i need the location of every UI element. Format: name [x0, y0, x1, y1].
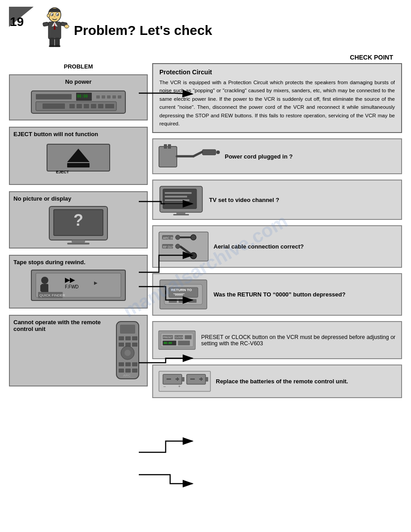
svg-rect-112 [185, 335, 192, 339]
svg-text:–: – [163, 384, 166, 389]
svg-rect-59 [132, 336, 137, 340]
protection-circuit-box: Protection Circuit The VCR is equipped w… [152, 63, 402, 133]
svg-rect-19 [36, 94, 72, 99]
problem-title-tape-stops: Tape stops during rewind. [13, 259, 143, 266]
checkpoint-power-cord: Power cord plugged in ? [152, 138, 402, 174]
svg-rect-43 [67, 243, 90, 245]
svg-rect-103 [169, 299, 177, 303]
svg-point-92 [191, 235, 196, 240]
svg-rect-60 [119, 343, 124, 347]
svg-text:F.FWD: F.FWD [65, 284, 79, 289]
cp-aerial-text: Aerial cable connection correct? [214, 243, 304, 250]
svg-text:+: + [178, 384, 180, 389]
page-number-area: 19 [9, 7, 36, 29]
svg-text:RETURN TO: RETURN TO [171, 288, 192, 292]
svg-text:00:00: 00:00 [77, 94, 88, 99]
svg-rect-74 [168, 144, 171, 149]
cp-power-cord-text: Power cord plugged in ? [225, 153, 293, 160]
svg-rect-80 [163, 189, 197, 209]
svg-text:RF OUT: RF OUT [163, 245, 174, 249]
svg-text:▶▶: ▶▶ [65, 276, 75, 283]
svg-point-2 [52, 14, 53, 16]
svg-rect-82 [165, 196, 187, 197]
svg-rect-68 [119, 369, 124, 373]
svg-rect-33 [98, 104, 103, 108]
checkpoint-tv-channel: TV set to video channel ? [152, 180, 402, 220]
svg-rect-24 [107, 95, 111, 99]
remote-svg: ARC [112, 319, 143, 382]
svg-rect-29 [69, 104, 75, 108]
svg-rect-62 [132, 343, 137, 347]
problem-image-eject: EJECT [13, 140, 143, 176]
checkpoint-preset: PRESET CLOCK 00:00 PRESET or CLOCK butto… [152, 321, 402, 359]
svg-rect-22 [96, 95, 100, 99]
preset-svg: PRESET CLOCK 00:00 [158, 326, 197, 355]
svg-rect-34 [105, 104, 114, 108]
svg-rect-57 [119, 336, 124, 340]
check-point-label: CHECK POINT [9, 54, 393, 61]
problem-box-eject: EJECT button will not function EJECT [9, 127, 148, 185]
aerial-svg: ARC IN RF OUT [158, 230, 209, 263]
cp-tv-channel-content: TV set to video channel ? [158, 184, 397, 215]
cp-battery-text: Replace the batteries of the remote cont… [216, 378, 348, 385]
svg-rect-49 [45, 285, 48, 292]
svg-text:EJECT: EJECT [56, 170, 69, 174]
cp-power-cord-content: Power cord plugged in ? [158, 143, 397, 170]
problem-title-no-power: No power [13, 78, 143, 85]
svg-rect-104 [179, 299, 187, 303]
main-content: PROBLEM No power 00:00 [9, 63, 402, 403]
svg-rect-65 [119, 362, 124, 366]
svg-rect-42 [72, 240, 85, 243]
cp-preset-content: PRESET CLOCK 00:00 PRESET or CLOCK butto… [158, 326, 397, 355]
svg-rect-28 [43, 103, 65, 109]
svg-line-76 [193, 152, 202, 156]
svg-rect-86 [173, 214, 189, 215]
problem-title-no-picture: No picture or display [13, 195, 143, 202]
svg-rect-56 [120, 325, 135, 334]
problem-box-tape-stops: Tape stops during rewind. ▶▶ F.FWD [9, 255, 148, 309]
problem-image-tape-stops: ▶▶ F.FWD QUICK FINDER ▶ [13, 268, 143, 304]
cp-return-content: RETURN TO "0000" Was the RETURN TO “0000… [158, 278, 397, 311]
svg-rect-81 [165, 192, 192, 194]
problem-column-label: PROBLEM [9, 63, 148, 70]
protection-circuit-text: The VCR is equipped with a Protection Ci… [159, 78, 395, 128]
problem-image-no-power: 00:00 [13, 87, 143, 116]
checkpoint-aerial: ARC IN RF OUT Aerial cable connection [152, 225, 402, 268]
battery-svg: – + [158, 369, 211, 394]
svg-rect-23 [102, 95, 105, 99]
cp-aerial-content: ARC IN RF OUT Aerial cable connection [158, 230, 397, 263]
svg-rect-84 [165, 203, 185, 205]
power-cord-svg [158, 143, 220, 170]
return-svg: RETURN TO "0000" [158, 278, 209, 311]
svg-rect-26 [118, 95, 121, 99]
svg-rect-123 [206, 377, 208, 382]
svg-text:00:00: 00:00 [164, 342, 172, 345]
svg-rect-85 [176, 212, 185, 214]
rewind-svg: ▶▶ F.FWD QUICK FINDER ▶ [29, 268, 128, 304]
problem-box-no-picture: No picture or display ? [9, 191, 148, 249]
svg-rect-70 [132, 369, 137, 373]
svg-rect-30 [77, 104, 82, 108]
svg-point-6 [47, 14, 50, 17]
svg-point-95 [176, 244, 180, 249]
cp-return-text: Was the RETURN TO “0000” button depresse… [214, 291, 346, 298]
page-header: 19 [9, 4, 402, 49]
svg-rect-67 [132, 362, 137, 366]
svg-rect-31 [84, 104, 89, 108]
svg-point-13 [64, 25, 69, 28]
svg-text:?: ? [73, 211, 83, 229]
protection-circuit-title: Protection Circuit [159, 69, 395, 76]
cp-battery-content: – + Replace the batteries of the remote … [158, 369, 397, 394]
tv-question-svg: ? [43, 204, 114, 245]
svg-rect-124 [190, 378, 195, 380]
svg-rect-69 [125, 369, 131, 373]
svg-rect-118 [182, 377, 184, 382]
svg-rect-105 [188, 299, 197, 303]
cp-tv-channel-text: TV set to video channel ? [209, 197, 279, 203]
svg-text:PRESET: PRESET [163, 336, 173, 339]
svg-point-78 [216, 150, 220, 154]
svg-point-46 [41, 277, 48, 284]
svg-point-5 [54, 16, 56, 17]
svg-point-64 [124, 350, 131, 356]
problem-box-no-power: No power 00:00 [9, 74, 148, 120]
